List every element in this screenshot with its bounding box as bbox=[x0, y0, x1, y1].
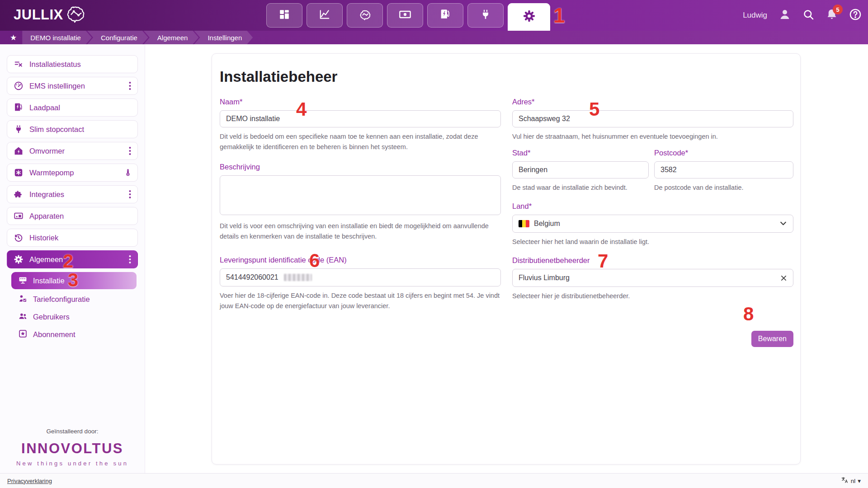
postcode-input[interactable] bbox=[654, 161, 793, 178]
sidebar-item-integraties[interactable]: Integraties bbox=[7, 185, 138, 203]
sidebar-subitem-abonnement[interactable]: Abonnement bbox=[18, 328, 145, 341]
sidebar-subitem-tariefconfiguratie[interactable]: Tariefconfiguratie bbox=[18, 292, 145, 306]
thermometer-icon bbox=[124, 169, 132, 177]
dnb-help: Selecteer hier je distributienetbeheerde… bbox=[512, 291, 793, 301]
favorite-star-icon[interactable]: ★ bbox=[10, 33, 17, 42]
naam-help: Dit veld is bedoeld om een specifieke na… bbox=[220, 131, 501, 153]
beschrijving-textarea[interactable] bbox=[220, 175, 501, 215]
brain-icon bbox=[359, 9, 371, 23]
chevron-down-icon bbox=[779, 220, 787, 227]
installer-block: Geïnstalleerd door: INNOVOLTUS New thing… bbox=[0, 428, 145, 467]
ean-input[interactable]: 5414492060021 bbox=[220, 268, 501, 286]
nav-smartplug-button[interactable] bbox=[467, 3, 504, 28]
kebab-menu-icon[interactable] bbox=[128, 189, 132, 200]
privacy-link[interactable]: Privacyverklaring bbox=[7, 478, 52, 484]
annotation-3: 3 bbox=[68, 271, 78, 290]
sidebar-item-label: Algemeen bbox=[29, 255, 63, 264]
sidebar-item-label: Installatiestatus bbox=[29, 60, 81, 69]
line-chart-icon bbox=[319, 9, 330, 22]
user-name: Ludwig bbox=[743, 11, 767, 20]
sidebar-item-apparaten[interactable]: Apparaten bbox=[7, 207, 138, 225]
sidebar-item-laadpaal[interactable]: Laadpaal bbox=[7, 99, 138, 117]
sidebar-item-label: Omvormer bbox=[29, 147, 65, 155]
adres-label: Adres* bbox=[512, 98, 793, 106]
breadcrumb-configuratie[interactable]: Configuratie bbox=[87, 31, 148, 44]
nav-ems-button[interactable] bbox=[347, 3, 383, 28]
sidebar-item-installatiestatus[interactable]: Installatiestatus bbox=[7, 55, 138, 73]
plug-icon bbox=[14, 124, 24, 134]
language-selector[interactable]: nl ▾ bbox=[841, 476, 861, 485]
stad-label: Stad* bbox=[512, 149, 649, 157]
top-navbar: JULLIX bbox=[0, 0, 868, 31]
subscription-star-icon bbox=[18, 329, 28, 340]
puzzle-icon bbox=[14, 189, 24, 199]
nav-charging-button[interactable] bbox=[427, 3, 463, 28]
ean-label: Leveringspunt identificatie code (EAN) bbox=[220, 256, 501, 264]
beschrijving-help: Dit veld is voor een omschrijving van ee… bbox=[220, 221, 501, 242]
nav-dashboard-button[interactable] bbox=[266, 3, 302, 28]
sidebar-subitem-label: Tariefconfiguratie bbox=[33, 295, 90, 304]
save-button[interactable]: Bewaren bbox=[751, 331, 793, 347]
beschrijving-label: Beschrijving bbox=[220, 163, 501, 171]
sidebar-item-label: Laadpaal bbox=[29, 103, 60, 112]
breadcrumb-algemeen[interactable]: Algemeen bbox=[144, 31, 199, 44]
land-select[interactable]: Belgium bbox=[512, 215, 793, 233]
tariff-config-icon bbox=[18, 294, 28, 305]
annotation-5: 5 bbox=[589, 100, 599, 119]
annotation-8: 8 bbox=[743, 305, 754, 324]
jullix-logo-text: JULLIX bbox=[14, 7, 63, 23]
sidebar-subitem-label: Abonnement bbox=[33, 330, 75, 339]
sidebar-item-label: Apparaten bbox=[29, 212, 64, 221]
installed-by-label: Geïnstalleerd door: bbox=[0, 428, 145, 435]
stad-field: Stad* De stad waar de installatie zich b… bbox=[512, 142, 649, 193]
sidebar-item-ems-instellingen[interactable]: EMS instellingen bbox=[7, 77, 138, 95]
kebab-menu-icon[interactable] bbox=[128, 254, 132, 265]
naam-input[interactable] bbox=[220, 110, 501, 127]
sidebar-item-omvormer[interactable]: Omvormer bbox=[7, 142, 138, 160]
settings-gear-icon bbox=[523, 9, 536, 24]
page-title: Installatiebeheer bbox=[220, 68, 793, 85]
clear-x-icon[interactable] bbox=[780, 275, 787, 282]
dashboard-icon bbox=[278, 9, 290, 22]
translate-icon bbox=[841, 476, 849, 485]
stad-input[interactable] bbox=[512, 161, 649, 178]
kebab-menu-icon[interactable] bbox=[128, 145, 132, 156]
notification-count-badge: 5 bbox=[833, 5, 843, 14]
topbar-right-cluster: Ludwig 5 bbox=[743, 0, 862, 31]
innovoltus-tagline: New things under the sun bbox=[0, 460, 145, 467]
gear-icon bbox=[14, 254, 24, 264]
nav-charts-button[interactable] bbox=[307, 3, 343, 28]
sidebar-subitem-label: Installatie bbox=[33, 277, 65, 285]
innovoltus-logo: INNOVOLTUS bbox=[0, 441, 145, 457]
kebab-menu-icon[interactable] bbox=[128, 80, 132, 91]
sidebar-item-label: Integraties bbox=[29, 190, 64, 199]
gauge-icon bbox=[14, 81, 24, 91]
notifications-bell-icon[interactable]: 5 bbox=[826, 8, 838, 23]
main-nav-buttons bbox=[266, 3, 550, 31]
dnb-combobox[interactable]: Fluvius Limburg bbox=[512, 269, 793, 287]
sidebar-subitem-gebruikers[interactable]: Gebruikers bbox=[18, 310, 145, 324]
breadcrumb-instellingen[interactable]: Instellingen bbox=[194, 31, 253, 44]
sidebar-item-slim-stopcontact[interactable]: Slim stopcontact bbox=[7, 120, 138, 138]
sidebar-item-label: Slim stopcontact bbox=[29, 125, 84, 134]
adres-help: Vul hier de straatnaam, het huisnummer e… bbox=[512, 131, 793, 142]
user-avatar-icon[interactable] bbox=[778, 8, 792, 23]
money-icon bbox=[399, 8, 411, 23]
postcode-label: Postcode* bbox=[654, 149, 793, 157]
ev-charger-icon bbox=[439, 9, 451, 22]
dnb-value: Fluvius Limburg bbox=[519, 274, 570, 282]
sidebar-item-historiek[interactable]: Historiek bbox=[7, 229, 138, 247]
land-help: Selecteer hier het land waarin de instal… bbox=[512, 237, 793, 247]
footer: Privacyverklaring nl ▾ bbox=[0, 473, 868, 488]
sidebar-item-warmtepomp[interactable]: Warmtepomp bbox=[7, 164, 138, 182]
breadcrumb-installation[interactable]: DEMO installatie bbox=[22, 31, 92, 44]
nav-settings-button[interactable] bbox=[508, 3, 550, 31]
search-icon[interactable] bbox=[802, 9, 815, 23]
stad-help: De stad waar de installatie zich bevindt… bbox=[512, 183, 649, 193]
nav-finance-button[interactable] bbox=[387, 3, 423, 28]
form-left-column: Naam* Dit veld is bedoeld om een specifi… bbox=[220, 91, 501, 347]
adres-input[interactable] bbox=[512, 110, 793, 127]
jullix-logo[interactable]: JULLIX bbox=[14, 5, 86, 25]
users-icon bbox=[18, 311, 28, 323]
help-icon[interactable] bbox=[849, 8, 862, 23]
